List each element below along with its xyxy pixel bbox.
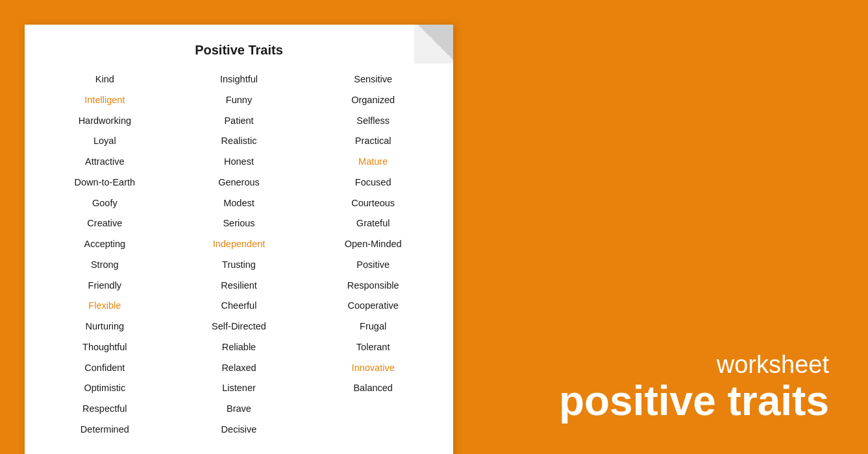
trait-item: Insightful — [172, 69, 306, 90]
trait-item: Loyal — [38, 131, 172, 152]
positive-traits-label: positive traits — [559, 380, 829, 422]
trait-item: Attractive — [38, 152, 172, 173]
trait-item: Frugal — [306, 317, 440, 337]
trait-item: Decisive — [172, 420, 306, 440]
trait-item: Organized — [306, 90, 440, 111]
trait-item: Hardworking — [38, 111, 172, 132]
trait-item: Modest — [172, 193, 306, 214]
trait-item: Relaxed — [172, 358, 306, 379]
trait-item: Thoughtful — [38, 337, 172, 358]
trait-item: Sensitive — [306, 69, 440, 90]
trait-item: Nurturing — [38, 317, 172, 337]
trait-item: Tolerant — [306, 337, 440, 358]
page-title: Positive Traits — [25, 25, 453, 69]
trait-item: Optimistic — [38, 378, 172, 399]
trait-item: Courteous — [306, 193, 440, 214]
trait-item: Honest — [172, 152, 306, 173]
trait-item: Creative — [38, 213, 172, 234]
trait-item: Kind — [38, 69, 172, 90]
traits-grid: KindInsightfulSensitiveIntelligentFunnyO… — [25, 69, 453, 453]
trait-item: Funny — [172, 90, 306, 111]
trait-item: Confident — [38, 358, 172, 379]
trait-item: Accepting — [38, 234, 172, 255]
trait-item: Strong — [38, 255, 172, 276]
trait-item: Generous — [172, 173, 306, 193]
trait-item: Cheerful — [172, 296, 306, 317]
trait-item: Realistic — [172, 131, 306, 152]
trait-item: Independent — [172, 234, 306, 255]
trait-item: Positive — [306, 255, 440, 276]
trait-item: Brave — [172, 399, 306, 420]
trait-item: Cooperative — [306, 296, 440, 317]
trait-item: Focused — [306, 173, 440, 193]
trait-item: Responsible — [306, 276, 440, 296]
trait-item: Innovative — [306, 358, 440, 379]
trait-item: Mature — [306, 152, 440, 173]
trait-item — [306, 399, 440, 420]
trait-item: Practical — [306, 131, 440, 152]
trait-item: Open-Minded — [306, 234, 440, 255]
trait-item — [306, 420, 440, 440]
trait-item: Listener — [172, 378, 306, 399]
trait-item: Grateful — [306, 213, 440, 234]
trait-item: Goofy — [38, 193, 172, 214]
right-panel: worksheet positive traits — [453, 0, 868, 454]
trait-item: Balanced — [306, 378, 440, 399]
trait-item: Self-Directed — [172, 317, 306, 337]
trait-item: Determined — [38, 420, 172, 440]
worksheet-page: Positive Traits KindInsightfulSensitiveI… — [25, 25, 453, 454]
trait-item: Trusting — [172, 255, 306, 276]
trait-item: Flexible — [38, 296, 172, 317]
trait-item: Resilient — [172, 276, 306, 296]
trait-item: Serious — [172, 213, 306, 234]
trait-item: Friendly — [38, 276, 172, 296]
trait-item: Reliable — [172, 337, 306, 358]
trait-item: Respectful — [38, 399, 172, 420]
trait-item: Down-to-Earth — [38, 173, 172, 193]
trait-item: Selfless — [306, 111, 440, 132]
trait-item: Patient — [172, 111, 306, 132]
trait-item: Intelligent — [38, 90, 172, 111]
worksheet-label: worksheet — [717, 352, 829, 379]
